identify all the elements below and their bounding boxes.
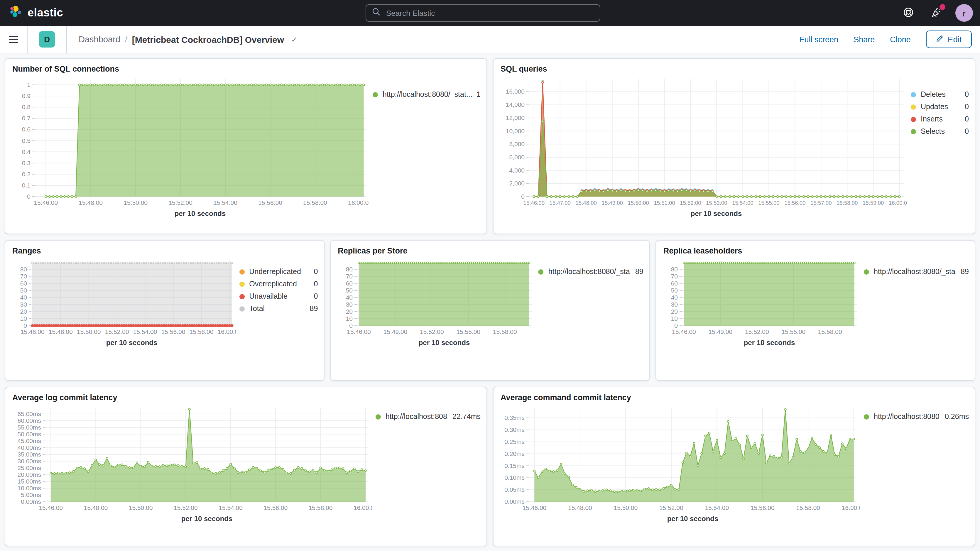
svg-text:70: 70 bbox=[20, 273, 27, 280]
svg-text:15:58:00: 15:58:00 bbox=[493, 328, 517, 335]
legend-item[interactable]: Deletes0 bbox=[911, 91, 969, 99]
svg-text:40: 40 bbox=[346, 294, 352, 301]
share-link[interactable]: Share bbox=[854, 35, 875, 44]
chart-canvas-replicas-per-store[interactable]: 0102030405060708015:46:0015:49:0015:52:0… bbox=[337, 258, 535, 350]
chart-canvas-sql-connections[interactable]: 00.10.20.30.40.50.60.70.80.9115:46:0015:… bbox=[11, 76, 369, 221]
chart-svg: 00.10.20.30.40.50.60.70.80.9115:46:0015:… bbox=[11, 76, 369, 221]
legend-label: Selects bbox=[921, 128, 960, 135]
edit-button[interactable]: Edit bbox=[926, 30, 972, 48]
svg-text:70: 70 bbox=[346, 273, 352, 280]
full-screen-link[interactable]: Full screen bbox=[800, 35, 838, 44]
chart-svg: 0102030405060708015:46:0015:48:0015:50:0… bbox=[11, 258, 236, 350]
svg-text:0.3: 0.3 bbox=[22, 159, 30, 166]
svg-text:30: 30 bbox=[346, 301, 352, 308]
panel-command-commit-latency: Average command commit latency 0.00ms0.0… bbox=[493, 387, 975, 546]
elastic-logo[interactable]: elastic bbox=[10, 5, 63, 21]
chart-legend: http://localhost:808...22.74ms bbox=[372, 404, 480, 421]
svg-text:0.20ms: 0.20ms bbox=[504, 451, 525, 457]
svg-text:0.10ms: 0.10ms bbox=[504, 474, 525, 481]
svg-text:15:54:00: 15:54:00 bbox=[213, 199, 237, 206]
legend-dot-icon bbox=[911, 104, 916, 110]
menu-button[interactable] bbox=[0, 26, 27, 53]
svg-text:0.7: 0.7 bbox=[22, 115, 30, 121]
svg-text:6,000: 6,000 bbox=[509, 154, 525, 161]
svg-text:20: 20 bbox=[346, 308, 352, 315]
svg-text:16:00:00: 16:00:00 bbox=[842, 504, 860, 511]
svg-text:15:52:00: 15:52:00 bbox=[174, 504, 198, 511]
legend-item[interactable]: http://localhost:8080...0.26ms bbox=[864, 413, 969, 421]
svg-text:30: 30 bbox=[20, 301, 27, 308]
chart-svg: 0102030405060708015:46:0015:49:0015:52:0… bbox=[337, 258, 535, 350]
legend-item[interactable]: http://localhost:808...22.74ms bbox=[375, 413, 480, 421]
svg-text:20.00ms: 20.00ms bbox=[18, 471, 41, 478]
newsfeed-button[interactable] bbox=[927, 3, 946, 22]
legend-item[interactable]: Inserts0 bbox=[911, 116, 969, 123]
search-input[interactable] bbox=[385, 8, 594, 18]
chart-canvas-ranges[interactable]: 0102030405060708015:46:0015:48:0015:50:0… bbox=[11, 258, 235, 350]
svg-text:15:58:00: 15:58:00 bbox=[189, 328, 213, 335]
svg-text:8,000: 8,000 bbox=[509, 140, 525, 147]
legend-item[interactable]: Unavailable0 bbox=[239, 293, 318, 301]
svg-text:50: 50 bbox=[671, 287, 678, 294]
svg-text:15:46:00: 15:46:00 bbox=[21, 328, 45, 335]
svg-text:15:46:00: 15:46:00 bbox=[34, 199, 58, 206]
legend-item[interactable]: http://localhost:8080/_sta...89 bbox=[864, 268, 969, 276]
help-button[interactable] bbox=[899, 3, 918, 22]
svg-text:per 10 seconds: per 10 seconds bbox=[667, 514, 719, 522]
svg-text:15:50:00: 15:50:00 bbox=[628, 200, 649, 206]
legend-dot-icon bbox=[372, 92, 378, 97]
notification-dot bbox=[940, 4, 945, 10]
chart-canvas-log-commit-latency[interactable]: 0.00ms5.00ms10.00ms15.00ms20.00ms25.00ms… bbox=[11, 404, 372, 526]
breadcrumb: Dashboard / [Metricbeat CockroachDB] Ove… bbox=[79, 34, 298, 44]
svg-text:per 10 seconds: per 10 seconds bbox=[691, 210, 742, 217]
svg-text:0: 0 bbox=[675, 322, 678, 329]
svg-text:4,000: 4,000 bbox=[509, 167, 525, 174]
legend-value: 0.26ms bbox=[945, 413, 969, 421]
svg-text:45.00ms: 45.00ms bbox=[18, 438, 41, 444]
help-icon bbox=[902, 6, 914, 20]
chart-canvas-command-commit-latency[interactable]: 0.00ms0.05ms0.10ms0.15ms0.20ms0.25ms0.30… bbox=[500, 404, 860, 526]
legend-label: http://localhost:8080/_sta... bbox=[548, 268, 630, 276]
title-check-icon[interactable]: ✓ bbox=[291, 35, 298, 44]
chart-svg: 0.00ms5.00ms10.00ms15.00ms20.00ms25.00ms… bbox=[11, 404, 372, 526]
user-avatar[interactable]: r bbox=[955, 4, 973, 22]
chart-canvas-replica-leaseholders[interactable]: 0102030405060708015:46:0015:49:0015:52:0… bbox=[662, 258, 860, 350]
legend-item[interactable]: Overreplicated0 bbox=[239, 280, 318, 288]
panel-replicas-per-store: Replicas per Store 0102030405060708015:4… bbox=[330, 240, 650, 381]
legend-value: 22.74ms bbox=[452, 413, 480, 421]
legend-item[interactable]: Total89 bbox=[239, 305, 318, 313]
chart-canvas-sql-queries[interactable]: 02,0004,0006,0008,00010,00012,00014,0001… bbox=[500, 76, 907, 221]
svg-text:0.6: 0.6 bbox=[22, 126, 30, 133]
legend-item[interactable]: Underreplicated0 bbox=[239, 268, 318, 276]
chart-svg: 0.00ms0.05ms0.10ms0.15ms0.20ms0.25ms0.30… bbox=[500, 404, 860, 526]
svg-text:16:00:00: 16:00:00 bbox=[218, 328, 236, 335]
svg-text:16:00:00: 16:00:00 bbox=[889, 200, 907, 206]
chart-legend: http://localhost:8080/_sta...89 bbox=[535, 258, 643, 276]
svg-text:70: 70 bbox=[671, 273, 678, 280]
svg-text:0: 0 bbox=[521, 193, 525, 200]
svg-text:16,000: 16,000 bbox=[506, 88, 525, 95]
toolbar-actions: Full screen Share Clone Edit bbox=[800, 30, 980, 48]
svg-text:12,000: 12,000 bbox=[506, 115, 525, 121]
edit-button-label: Edit bbox=[948, 35, 962, 44]
svg-text:0: 0 bbox=[27, 193, 30, 200]
dashboard-toolbar: D Dashboard / [Metricbeat CockroachDB] O… bbox=[0, 26, 980, 53]
legend-item[interactable]: http://localhost:8080/_stat...1 bbox=[372, 91, 480, 99]
svg-text:0.2: 0.2 bbox=[22, 171, 30, 177]
clone-link[interactable]: Clone bbox=[890, 35, 911, 44]
svg-text:15:46:00: 15:46:00 bbox=[347, 328, 371, 335]
dashboard-app-badge[interactable]: D bbox=[39, 31, 55, 48]
toolbar-divider bbox=[66, 26, 67, 53]
legend-value: 0 bbox=[965, 128, 969, 135]
svg-text:15:53:00: 15:53:00 bbox=[706, 200, 727, 206]
svg-text:50: 50 bbox=[20, 287, 27, 294]
legend-item[interactable]: Updates0 bbox=[911, 103, 969, 111]
svg-text:15:50:00: 15:50:00 bbox=[614, 504, 638, 511]
legend-item[interactable]: http://localhost:8080/_sta...89 bbox=[538, 268, 643, 276]
svg-text:15:49:00: 15:49:00 bbox=[709, 328, 733, 335]
legend-item[interactable]: Selects0 bbox=[911, 128, 969, 135]
svg-text:30: 30 bbox=[671, 301, 678, 308]
breadcrumb-dashboard[interactable]: Dashboard bbox=[79, 35, 120, 44]
svg-text:0: 0 bbox=[349, 322, 353, 329]
hamburger-icon bbox=[9, 36, 18, 37]
